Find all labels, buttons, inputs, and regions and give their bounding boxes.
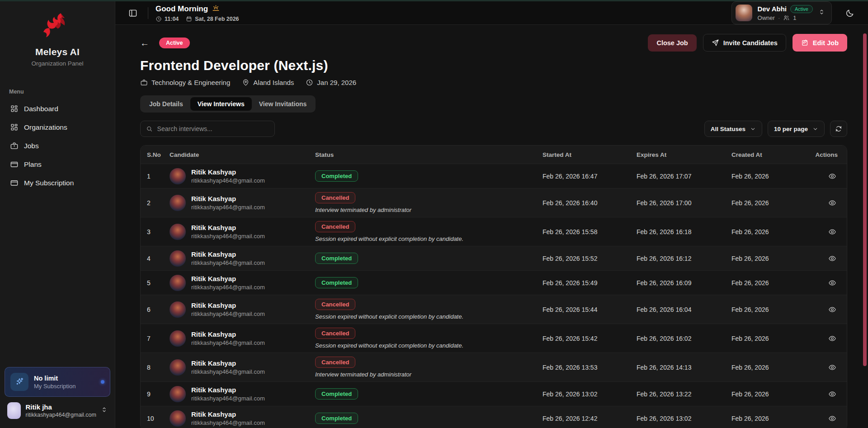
sidebar-item-my-subscription[interactable]: My Subscription	[5, 174, 110, 191]
scrollbar-thumb[interactable]	[863, 33, 867, 366]
candidate-name: Ritik Kashyap	[191, 386, 265, 394]
row-number: 1	[147, 173, 170, 180]
row-number: 6	[147, 306, 170, 313]
candidate-texts: Ritik Kashyap ritikkashyap464@gmail.com	[191, 224, 265, 239]
page-size-select[interactable]: 10 per page	[768, 121, 825, 137]
view-interview-button[interactable]	[826, 412, 839, 425]
view-interview-button[interactable]	[826, 277, 839, 289]
close-job-label: Close Job	[656, 39, 688, 47]
candidate-cell: Ritik Kashyap ritikkashyap464@gmail.com	[170, 195, 315, 211]
tab-job-details[interactable]: Job Details	[142, 97, 190, 111]
expires-at: Feb 26, 2026 17:00	[637, 199, 731, 207]
back-button[interactable]: ←	[140, 38, 149, 47]
candidate-avatar	[170, 359, 186, 376]
candidate-avatar	[170, 301, 186, 318]
subscription-title: No limit	[34, 375, 75, 382]
eye-icon	[828, 228, 836, 236]
started-at: Feb 26, 2026 15:49	[542, 279, 637, 287]
row-number: 2	[147, 199, 170, 207]
view-interview-button[interactable]	[826, 332, 839, 345]
candidate-texts: Ritik Kashyap ritikkashyap464@gmail.com	[191, 275, 265, 290]
sidebar-item-label: Plans	[24, 160, 42, 169]
view-interview-button[interactable]	[826, 197, 839, 209]
candidate-email: ritikkashyap464@gmail.com	[191, 310, 265, 317]
dragon-logo-icon	[41, 11, 74, 44]
sidebar-item-label: My Subscription	[24, 179, 74, 187]
candidate-cell: Ritik Kashyap ritikkashyap464@gmail.com	[170, 250, 315, 267]
eye-icon	[828, 390, 836, 398]
status-note: Interview terminated by administrator	[315, 371, 411, 378]
sidebar-item-label: Jobs	[24, 142, 39, 150]
close-job-button[interactable]: Close Job	[648, 34, 696, 52]
sunrise-icon	[212, 4, 220, 14]
view-interview-button[interactable]	[826, 226, 839, 238]
sidebar-item-jobs[interactable]: Jobs	[5, 137, 110, 154]
sidebar-item-label: Dashboard	[24, 105, 58, 113]
sidebar-item-organizations[interactable]: Organizations	[5, 119, 110, 136]
sidebar-item-plans[interactable]: Plans	[5, 156, 110, 173]
sidebar-user-menu[interactable]: Ritik jha ritikkashyap464@gmail.com	[5, 397, 110, 423]
status-cell: Cancelled Session expired without explic…	[315, 328, 542, 349]
page-title: Frontend Developer (Next.js)	[140, 58, 847, 73]
status-filter-select[interactable]: All Statuses	[704, 121, 762, 137]
candidate-cell: Ritik Kashyap ritikkashyap464@gmail.com	[170, 330, 315, 347]
candidate-avatar	[170, 250, 186, 267]
expires-at: Feb 26, 2026 16:09	[637, 279, 731, 287]
col-candidate: Candidate	[170, 151, 315, 158]
moon-icon	[845, 9, 854, 18]
credit-card-icon	[10, 179, 19, 187]
candidate-avatar	[170, 330, 186, 347]
topbar: Good Morning 11:04 Sat, 28 Feb 2026	[115, 1, 868, 25]
eye-icon	[828, 334, 836, 343]
refresh-button[interactable]	[830, 121, 847, 137]
status-badge: Completed	[315, 413, 358, 424]
app-root: Meleys AI Organization Panel Menu Dashbo…	[0, 0, 868, 428]
status-cell: Completed	[315, 413, 542, 424]
search-input[interactable]	[157, 125, 269, 132]
candidate-texts: Ritik Kashyap ritikkashyap464@gmail.com	[191, 330, 265, 346]
top-accent-strip	[0, 0, 868, 1]
tab-view-interviews[interactable]: View Interviews	[190, 97, 252, 111]
dot-separator: ·	[778, 14, 780, 21]
candidate-name: Ritik Kashyap	[191, 301, 265, 309]
view-interview-button[interactable]	[826, 361, 839, 374]
edit-job-button[interactable]: Edit Job	[793, 34, 847, 52]
sidebar: Meleys AI Organization Panel Menu Dashbo…	[0, 1, 115, 428]
status-badge: Cancelled	[315, 192, 355, 203]
view-interview-button[interactable]	[826, 388, 839, 400]
created-at: Feb 26, 2026	[731, 415, 813, 422]
sidebar-item-dashboard[interactable]: Dashboard	[5, 100, 110, 117]
row-number: 10	[147, 415, 170, 422]
sidebar-toggle-button[interactable]	[125, 5, 141, 21]
status-badge: Completed	[315, 388, 358, 400]
row-number: 4	[147, 255, 170, 262]
tab-view-invitations[interactable]: View Invitations	[252, 97, 314, 111]
candidate-email: ritikkashyap464@gmail.com	[191, 284, 265, 291]
main-area: Good Morning 11:04 Sat, 28 Feb 2026	[115, 1, 868, 428]
expires-at: Feb 26, 2026 13:02	[637, 415, 731, 422]
table-row: 1 Ritik Kashyap ritikkashyap464@gmail.co…	[141, 164, 847, 188]
subscription-card[interactable]: No limit My Subscription	[5, 367, 110, 397]
sidebar-user-email: ritikkashyap464@gmail.com	[25, 412, 96, 418]
candidate-avatar	[170, 168, 186, 184]
view-interview-button[interactable]	[826, 303, 839, 316]
eye-icon	[828, 199, 836, 207]
status-badge: Completed	[315, 170, 358, 182]
account-menu[interactable]: Dev Abhi Active Owner · 1	[731, 1, 832, 24]
table-row: 5 Ritik Kashyap ritikkashyap464@gmail.co…	[141, 270, 847, 295]
status-badge: Cancelled	[315, 328, 355, 339]
account-role: Owner	[758, 14, 775, 21]
invite-candidates-button[interactable]: Invite Candidates	[703, 34, 786, 52]
sparkles-icon-tile	[10, 373, 28, 391]
theme-toggle-button[interactable]	[842, 5, 858, 21]
status-badge: Cancelled	[315, 299, 355, 310]
started-at: Feb 26, 2026 15:42	[542, 335, 637, 342]
table-row: 10 Ritik Kashyap ritikkashyap464@gmail.c…	[141, 406, 847, 428]
view-interview-button[interactable]	[826, 170, 839, 183]
candidate-cell: Ritik Kashyap ritikkashyap464@gmail.com	[170, 224, 315, 240]
row-number: 7	[147, 335, 170, 342]
candidate-avatar	[170, 224, 186, 240]
view-interview-button[interactable]	[826, 252, 839, 265]
account-name: Dev Abhi	[758, 5, 787, 13]
candidate-name: Ritik Kashyap	[191, 330, 265, 338]
